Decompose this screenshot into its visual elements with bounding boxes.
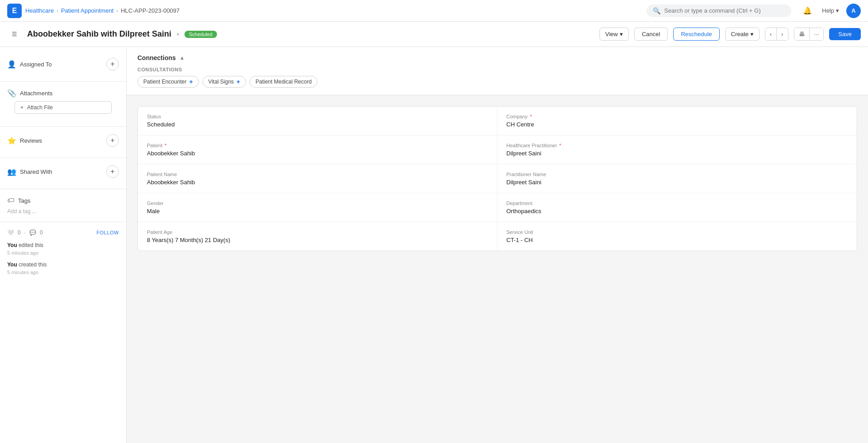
sidebar: 👤 Assigned To + 📎 Attachments + Attach F…: [0, 47, 127, 443]
next-button[interactable]: ›: [777, 28, 788, 40]
shared-with-section: 👥 Shared With +: [0, 162, 126, 185]
topbar: E Healthcare › Patient Appointment › HLC…: [0, 0, 868, 22]
department-value[interactable]: Orthopaedics: [506, 208, 848, 215]
nav-buttons: ‹ ›: [765, 28, 788, 41]
shared-with-icon: 👥: [7, 168, 16, 176]
service-unit-value[interactable]: CT-1 - CH: [506, 237, 848, 243]
tags-icon: 🏷: [7, 196, 14, 205]
attach-file-icon: +: [20, 104, 24, 111]
form-field-service-unit: Service Unit CT-1 - CH: [497, 222, 857, 251]
header-bar: ☰ Aboobekker Sahib with Dilpreet Saini •…: [0, 22, 868, 47]
attachments-section: 📎 Attachments + Attach File: [0, 85, 126, 123]
status-badge: Scheduled: [184, 31, 217, 38]
connections-header[interactable]: Connections ▲: [137, 54, 857, 61]
department-label: Department: [506, 201, 848, 206]
patient-age-value[interactable]: 8 Years(s) 7 Month(s) 21 Day(s): [147, 237, 488, 243]
activity-counts: 🤍 0 · 💬 0 FOLLOW: [7, 229, 119, 236]
attach-file-button[interactable]: + Attach File: [14, 101, 112, 114]
add-vital-signs-icon[interactable]: +: [236, 78, 240, 85]
help-button[interactable]: Help ▾: [822, 7, 839, 14]
likes-count: 0: [18, 229, 21, 236]
form-field-practitioner-name: Practitioner Name Dilpreet Saini: [497, 164, 857, 193]
tags-section: 🏷 Tags Add a tag ...: [0, 193, 126, 218]
sidebar-toggle-icon[interactable]: ☰: [7, 27, 22, 42]
connections-title: Connections: [137, 54, 176, 61]
search-bar[interactable]: 🔍: [646, 5, 791, 17]
patient-age-label: Patient Age: [147, 229, 488, 235]
patient-name-label: Patient Name: [147, 172, 488, 177]
healthcare-practitioner-value[interactable]: Dilpreet Saini: [506, 150, 848, 157]
connections-panel: Connections ▲ Consultations Patient Enco…: [127, 47, 868, 95]
prev-button[interactable]: ‹: [765, 28, 777, 40]
form-grid: Status Scheduled Company * CH Centre Pat…: [137, 106, 857, 251]
company-label: Company *: [506, 114, 848, 119]
company-value[interactable]: CH Centre: [506, 121, 848, 128]
assigned-to-add-button[interactable]: +: [106, 58, 119, 70]
form-field-patient-name: Patient Name Aboobekker Sahib: [138, 164, 497, 193]
breadcrumb-record-id: HLC-APP-2023-00097: [121, 7, 179, 14]
tags-label: Tags: [18, 197, 30, 204]
save-button[interactable]: Save: [829, 28, 861, 40]
add-patient-encounter-icon[interactable]: +: [189, 78, 193, 85]
search-input[interactable]: [664, 7, 785, 14]
shared-with-label: Shared With: [20, 168, 52, 175]
breadcrumb: Healthcare › Patient Appointment › HLC-A…: [25, 7, 179, 14]
form-field-status: Status Scheduled: [138, 107, 497, 135]
comment-icon: 💬: [29, 229, 36, 236]
divider-3: [0, 158, 126, 158]
breadcrumb-healthcare[interactable]: Healthcare: [25, 7, 54, 14]
status-value[interactable]: Scheduled: [147, 121, 488, 128]
topbar-icons: 🔔 Help ▾ A: [800, 4, 861, 18]
comments-count: 0: [40, 229, 43, 236]
activity-section: 🤍 0 · 💬 0 FOLLOW You edited this 5 minut…: [0, 226, 126, 283]
practitioner-name-value[interactable]: Dilpreet Saini: [506, 179, 848, 186]
assigned-to-label: Assigned To: [20, 61, 52, 68]
patient-name-value[interactable]: Aboobekker Sahib: [147, 179, 488, 186]
activity-item-2: You created this 5 minutes ago: [7, 261, 119, 276]
print-button[interactable]: 🖶: [794, 28, 810, 40]
reviews-icon: ⭐: [7, 136, 16, 145]
form-field-department: Department Orthopaedics: [497, 193, 857, 222]
avatar[interactable]: A: [846, 4, 861, 18]
content-area: Connections ▲ Consultations Patient Enco…: [127, 47, 868, 443]
shared-with-add-button[interactable]: +: [106, 165, 119, 178]
view-button[interactable]: View ▾: [599, 28, 629, 41]
search-icon: 🔍: [653, 7, 660, 14]
status-label: Status: [147, 114, 488, 119]
patient-label: Patient *: [147, 143, 488, 148]
form-area: Status Scheduled Company * CH Centre Pat…: [127, 95, 868, 262]
practitioner-name-label: Practitioner Name: [506, 172, 848, 177]
form-field-patient-age: Patient Age 8 Years(s) 7 Month(s) 21 Day…: [138, 222, 497, 251]
create-button[interactable]: Create ▾: [725, 28, 760, 41]
patient-value[interactable]: Aboobekker Sahib: [147, 150, 488, 157]
connection-tag-vital-signs[interactable]: Vital Signs +: [203, 76, 246, 88]
service-unit-label: Service Unit: [506, 229, 848, 235]
reviews-add-button[interactable]: +: [106, 134, 119, 147]
form-field-company: Company * CH Centre: [497, 107, 857, 135]
page-title: Aboobekker Sahib with Dilpreet Saini: [27, 29, 171, 39]
healthcare-practitioner-label: Healthcare Practitioner *: [506, 143, 848, 148]
app-logo: E: [7, 4, 22, 18]
form-field-gender: Gender Male: [138, 193, 497, 222]
more-button[interactable]: ···: [810, 28, 824, 40]
reschedule-button[interactable]: Reschedule: [673, 28, 720, 41]
connection-tag-patient-medical-record[interactable]: Patient Medical Record: [250, 76, 317, 88]
notification-icon[interactable]: 🔔: [800, 4, 815, 18]
follow-button[interactable]: FOLLOW: [97, 230, 119, 235]
main-layout: 👤 Assigned To + 📎 Attachments + Attach F…: [0, 47, 868, 443]
help-chevron-icon: ▾: [836, 7, 839, 14]
connection-tag-patient-encounter[interactable]: Patient Encounter +: [137, 76, 199, 88]
tags-input[interactable]: Add a tag ...: [7, 208, 119, 215]
breadcrumb-patient-appointment[interactable]: Patient Appointment: [61, 7, 113, 14]
heart-icon: 🤍: [7, 229, 14, 236]
attachments-label: Attachments: [20, 90, 52, 97]
attachments-icon: 📎: [7, 89, 16, 98]
assigned-to-icon: 👤: [7, 60, 16, 69]
gender-value[interactable]: Male: [147, 208, 488, 215]
divider-1: [0, 81, 126, 82]
create-chevron-icon: ▾: [750, 31, 754, 37]
reviews-label: Reviews: [20, 137, 42, 144]
cancel-button[interactable]: Cancel: [634, 28, 668, 41]
divider-2: [0, 126, 126, 127]
connection-tags: Patient Encounter + Vital Signs + Patien…: [137, 76, 857, 88]
